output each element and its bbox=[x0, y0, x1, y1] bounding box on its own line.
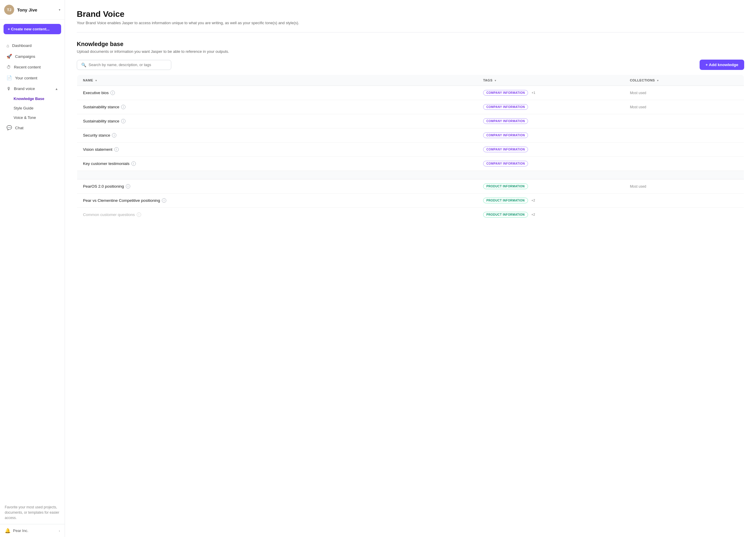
table-row[interactable]: Sustainability stance i COMPANY INFORMAT… bbox=[77, 114, 744, 128]
chevron-right-icon: › bbox=[59, 529, 60, 533]
info-icon[interactable]: i bbox=[137, 212, 141, 217]
brand-voice-section: 🎙 Brand voice ▲ Knowledge Base Style Gui… bbox=[2, 84, 63, 122]
col-header-name[interactable]: NAME ▾ bbox=[77, 75, 477, 86]
tag-badge[interactable]: PRODUCT INFORMATION bbox=[483, 212, 528, 218]
section-subtitle: Upload documents or information you want… bbox=[77, 49, 744, 54]
user-name: Tony Jive bbox=[17, 7, 56, 12]
tag-badge[interactable]: COMPANY INFORMATION bbox=[483, 90, 528, 96]
chat-icon: 💬 bbox=[7, 125, 12, 130]
table-row[interactable]: Security stance i COMPANY INFORMATION bbox=[77, 128, 744, 143]
row-name-text: PearOS 2.0 positioning bbox=[83, 184, 124, 188]
page-subtitle: Your Brand Voice enables Jasper to acces… bbox=[77, 21, 744, 32]
row-name-text: Executive bios bbox=[83, 91, 109, 95]
row-collection-cell bbox=[624, 114, 744, 128]
row-name-cell: Executive bios i bbox=[77, 86, 477, 100]
info-icon[interactable]: i bbox=[112, 133, 116, 138]
table-row[interactable]: Sustainability stance i COMPANY INFORMAT… bbox=[77, 100, 744, 114]
bell-icon: 🔔 bbox=[5, 528, 11, 533]
workspace-switcher[interactable]: 🔔 Pear Inc. › bbox=[0, 524, 65, 537]
sidebar-item-your-content[interactable]: 📄 Your content bbox=[2, 73, 63, 83]
tag-extra-count: +1 bbox=[532, 91, 535, 95]
tag-badge[interactable]: COMPANY INFORMATION bbox=[483, 146, 528, 152]
info-icon[interactable]: i bbox=[121, 105, 125, 109]
col-header-tags[interactable]: TAGS ▾ bbox=[477, 75, 624, 86]
row-name-text: Pear vs Clementine Competitive positioni… bbox=[83, 198, 160, 203]
sort-icon-tags: ▾ bbox=[495, 79, 496, 82]
sidebar-item-recent-content[interactable]: ⏱ Recent content bbox=[2, 62, 63, 72]
info-icon[interactable]: i bbox=[121, 119, 125, 123]
search-box[interactable]: 🔍 bbox=[77, 60, 171, 70]
tag-badge[interactable]: COMPANY INFORMATION bbox=[483, 161, 528, 166]
sidebar-item-style-guide[interactable]: Style Guide bbox=[10, 103, 63, 113]
tag-badge[interactable]: COMPANY INFORMATION bbox=[483, 118, 528, 124]
table-row[interactable]: Pear vs Clementine Competitive positioni… bbox=[77, 193, 744, 208]
row-name-cell: Sustainability stance i bbox=[77, 114, 477, 128]
user-menu[interactable]: TJ Tony Jive ▾ bbox=[0, 0, 65, 20]
tag-extra-count: +2 bbox=[531, 213, 535, 216]
create-content-button[interactable]: + Create new content... bbox=[4, 24, 61, 34]
workspace-name: Pear Inc. bbox=[13, 528, 56, 533]
sidebar-item-label: Dashboard bbox=[12, 43, 32, 48]
col-header-collections[interactable]: COLLECTIONS ▾ bbox=[624, 75, 744, 86]
table-header-row: NAME ▾ TAGS ▾ COLLECTIONS ▾ bbox=[77, 75, 744, 86]
tag-extra-count: +2 bbox=[531, 199, 535, 202]
row-collection-cell: Most used bbox=[624, 100, 744, 114]
row-tags-cell: PRODUCT INFORMATION +2 bbox=[477, 193, 624, 208]
knowledge-table: NAME ▾ TAGS ▾ COLLECTIONS ▾ Executive bi… bbox=[77, 75, 744, 222]
row-name-text: Sustainability stance bbox=[83, 119, 119, 123]
add-knowledge-button[interactable]: + Add knowledge bbox=[700, 60, 744, 70]
row-tags-cell: COMPANY INFORMATION bbox=[477, 157, 624, 171]
tag-badge[interactable]: PRODUCT INFORMATION bbox=[483, 184, 528, 189]
info-icon[interactable]: i bbox=[126, 184, 130, 188]
brand-voice-label: Brand voice bbox=[14, 86, 35, 91]
info-icon[interactable]: i bbox=[111, 91, 115, 95]
table-row[interactable]: Executive bios i COMPANY INFORMATION +1 … bbox=[77, 86, 744, 100]
sidebar-item-campaigns[interactable]: 🚀 Campaigns bbox=[2, 51, 63, 62]
info-icon[interactable]: i bbox=[114, 147, 119, 152]
info-icon[interactable]: i bbox=[162, 198, 166, 203]
row-collection-cell bbox=[624, 143, 744, 157]
section-title-knowledge-base: Knowledge base bbox=[77, 41, 744, 48]
sort-icon-name: ▾ bbox=[95, 79, 97, 82]
sidebar-item-chat[interactable]: 💬 Chat bbox=[2, 122, 63, 133]
table-row[interactable]: Common customer questions i PRODUCT INFO… bbox=[77, 208, 744, 222]
row-tags-cell: PRODUCT INFORMATION bbox=[477, 180, 624, 193]
row-name-text: Common customer questions bbox=[83, 212, 135, 217]
sidebar-hint: Favorite your most used projects, docume… bbox=[0, 501, 65, 524]
table-row[interactable]: Key customer testimonials i COMPANY INFO… bbox=[77, 157, 744, 171]
avatar: TJ bbox=[4, 5, 14, 15]
sidebar-item-label: Chat bbox=[15, 126, 23, 130]
sidebar-item-label: Campaigns bbox=[15, 54, 35, 59]
sidebar-item-label: Your content bbox=[15, 76, 37, 80]
table-row[interactable]: PearOS 2.0 positioning i PRODUCT INFORMA… bbox=[77, 180, 744, 193]
row-name-cell: Security stance i bbox=[77, 128, 477, 143]
sidebar-item-voice-tone[interactable]: Voice & Tone bbox=[10, 113, 63, 122]
home-icon: ⌂ bbox=[7, 43, 9, 48]
row-tags-cell: COMPANY INFORMATION bbox=[477, 143, 624, 157]
sidebar-item-knowledge-base[interactable]: Knowledge Base bbox=[10, 94, 63, 103]
row-collection-cell bbox=[624, 208, 744, 222]
brand-voice-children: Knowledge Base Style Guide Voice & Tone bbox=[2, 94, 63, 122]
mic-icon: 🎙 bbox=[7, 86, 11, 91]
tag-badge[interactable]: COMPANY INFORMATION bbox=[483, 133, 528, 138]
search-input[interactable] bbox=[89, 62, 167, 67]
sidebar-item-dashboard[interactable]: ⌂ Dashboard bbox=[2, 40, 63, 51]
row-tags-cell: COMPANY INFORMATION +1 bbox=[477, 86, 624, 100]
row-tags-cell: PRODUCT INFORMATION +2 bbox=[477, 208, 624, 222]
chevron-up-icon: ▲ bbox=[55, 87, 58, 91]
clock-icon: ⏱ bbox=[7, 64, 11, 70]
sidebar-item-brand-voice[interactable]: 🎙 Brand voice ▲ bbox=[2, 84, 63, 94]
tag-badge[interactable]: COMPANY INFORMATION bbox=[483, 104, 528, 110]
info-icon[interactable]: i bbox=[131, 161, 136, 166]
row-name-text: Key customer testimonials bbox=[83, 161, 130, 166]
rocket-icon: 🚀 bbox=[7, 54, 12, 59]
row-name-cell: Sustainability stance i bbox=[77, 100, 477, 114]
tag-badge[interactable]: PRODUCT INFORMATION bbox=[483, 198, 528, 203]
row-name-text: Sustainability stance bbox=[83, 105, 119, 109]
table-row[interactable]: Vision statement i COMPANY INFORMATION bbox=[77, 143, 744, 157]
sort-icon-collections: ▾ bbox=[657, 79, 659, 82]
row-name-cell: Common customer questions i bbox=[77, 208, 477, 222]
row-name-cell: Key customer testimonials i bbox=[77, 157, 477, 171]
row-collection-cell: Most used bbox=[624, 86, 744, 100]
toolbar: 🔍 + Add knowledge bbox=[77, 60, 744, 70]
